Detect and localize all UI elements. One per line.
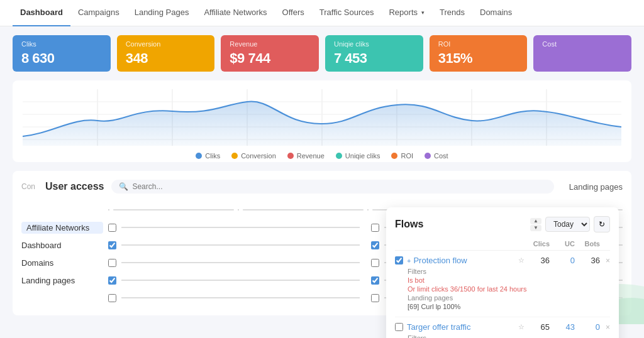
flow-name-target[interactable]: Targer offer traffic	[407, 322, 516, 332]
stat-card-uniqie-cliks: Uniqie cliks 7 453	[325, 35, 423, 72]
flow-col-bots: Bots	[575, 240, 600, 248]
flow-name-protection[interactable]: Protection flow	[413, 256, 516, 265]
nav-item-dashboard[interactable]: Dashboard	[13, 0, 70, 26]
panel-header: Con User access 🔍 Landing pages	[21, 180, 623, 194]
check-affiliate-col1[interactable]	[108, 224, 116, 232]
legend-dot-cost	[425, 153, 431, 159]
flow-bots-protection: 36	[575, 256, 600, 265]
stat-card-cost: Cost	[533, 35, 631, 72]
check-landing-col1[interactable]	[108, 276, 116, 285]
stat-label-conversion: Conversion	[126, 40, 206, 48]
nav-item-affiliate-networks[interactable]: Affiliate Networks	[196, 0, 274, 26]
line-chart	[23, 89, 621, 146]
flow-row-header-protection: + Protection flow ☆ 36 0 36 ×	[395, 256, 610, 265]
flow-uc-protection: 0	[550, 256, 575, 265]
check-dashboard-col1[interactable]	[108, 241, 116, 249]
check-domains-col1[interactable]	[108, 259, 116, 267]
flow-clics-target: 65	[525, 322, 550, 332]
flow-col-clics: Clics	[525, 240, 550, 248]
dash-icon	[367, 209, 369, 210]
legend-roi: ROI	[391, 152, 413, 160]
flow-check-target[interactable]	[395, 323, 403, 331]
legend-conversion: Conversion	[231, 152, 276, 160]
legend-revenue: Revenue	[287, 152, 325, 160]
legend-dot-roi	[391, 153, 397, 159]
row-label-dashboard: Dashboard	[21, 241, 103, 250]
nav-item-reports[interactable]: Reports ▾	[381, 0, 432, 26]
stat-label-roi: ROI	[438, 40, 519, 48]
stat-value-roi: 315%	[438, 50, 519, 67]
stat-label-cost: Cost	[542, 40, 623, 48]
chevron-down-icon: ▾	[421, 9, 425, 16]
flow-detail-protection: Filters Is bot Or limit clicks 36/1500 f…	[395, 268, 610, 310]
star-icon-target: ☆	[518, 323, 525, 331]
close-icon-target[interactable]: ×	[600, 323, 610, 332]
flows-controls: ▲ ▼ Today ↻	[530, 216, 610, 232]
flow-check-protection[interactable]	[395, 256, 403, 264]
flow-row-header-target: Targer offer traffic ☆ 65 43 0 ×	[395, 322, 610, 332]
row-label-affiliate-networks: Affiliate Networks	[21, 222, 103, 234]
stat-label-cliks: Cliks	[21, 40, 102, 48]
nav-item-landing-pages[interactable]: Landing Pages	[127, 0, 197, 26]
chevron-up-button[interactable]: ▲	[530, 218, 541, 224]
row-label-landing-pages: Landing pages	[21, 276, 103, 285]
legend-dot-revenue	[287, 153, 294, 159]
close-icon-protection[interactable]: ×	[600, 256, 610, 265]
flow-uc-target: 43	[550, 322, 575, 332]
stat-label-revenue: Revenue	[230, 40, 310, 48]
nav-item-domains[interactable]: Domains	[472, 0, 519, 26]
search-box[interactable]: 🔍	[111, 180, 553, 194]
nav-item-offers[interactable]: Offers	[275, 0, 312, 26]
flows-panel: Flows ▲ ▼ Today ↻ Clics UC Bots	[386, 207, 619, 338]
stat-card-conversion: Conversion 348	[117, 35, 215, 72]
chevron-down-button[interactable]: ▼	[530, 225, 541, 231]
stat-card-roi: ROI 315%	[430, 35, 528, 72]
flows-title: Flows	[395, 219, 423, 230]
flows-table-header: Clics UC Bots	[395, 240, 610, 251]
landing-label-protection: Landing pages	[408, 294, 610, 302]
flows-chevrons: ▲ ▼	[530, 218, 541, 231]
plus-icon-protection: +	[407, 257, 411, 264]
check-affiliate-col2[interactable]	[371, 224, 379, 232]
flow-detail-target: Filters	[395, 334, 610, 338]
check-landing-col2[interactable]	[371, 276, 379, 285]
dash-icon	[108, 209, 109, 210]
panel-header-icon: Con	[21, 182, 35, 191]
stat-value-uniqie-cliks: 7 453	[334, 50, 414, 67]
nav-item-campaigns[interactable]: Campaigns	[70, 0, 127, 26]
star-icon-protection: ☆	[518, 256, 525, 264]
flow-row-target: Targer offer traffic ☆ 65 43 0 × Filters	[395, 317, 610, 338]
search-input[interactable]	[132, 182, 546, 191]
check-dashboard-col2[interactable]	[371, 241, 379, 249]
nav-item-trends[interactable]: Trends	[432, 0, 472, 26]
landing-item-protection: [69] Curl lp 100%	[408, 303, 610, 310]
check-empty-col2[interactable]	[371, 294, 379, 302]
refresh-button[interactable]: ↻	[594, 216, 610, 232]
main-content: Cliks 8 630 Conversion 348 Revenue $9 74…	[0, 26, 644, 324]
line-decoration	[121, 297, 360, 298]
bottom-area: Con User access 🔍 Landing pages	[13, 171, 631, 315]
line-decoration	[121, 262, 360, 263]
top-navigation: Dashboard Campaigns Landing Pages Affili…	[0, 0, 644, 26]
filter-isbot: Is bot	[408, 276, 610, 284]
stat-card-revenue: Revenue $9 744	[221, 35, 319, 72]
legend-dot-conversion	[231, 153, 238, 159]
check-domains-col2[interactable]	[371, 259, 379, 267]
row-label-domains: Domains	[21, 258, 103, 268]
panel-title: User access	[45, 181, 104, 192]
line-decoration	[121, 280, 360, 281]
dash-icon	[238, 209, 239, 210]
stat-value-conversion: 348	[126, 50, 206, 67]
legend-dot-cliks	[196, 153, 202, 159]
date-select[interactable]: Today	[545, 217, 590, 232]
check-empty-col1[interactable]	[108, 294, 116, 302]
search-icon: 🔍	[119, 182, 128, 191]
legend-uniqie-cliks: Uniqie cliks	[336, 152, 380, 160]
legend-cost: Cost	[425, 152, 448, 160]
stat-cards-row: Cliks 8 630 Conversion 348 Revenue $9 74…	[13, 35, 631, 72]
chart-legend: Cliks Conversion Revenue Uniqie cliks RO…	[23, 152, 621, 160]
nav-item-traffic-sources[interactable]: Traffic Sources	[312, 0, 382, 26]
line-decoration	[113, 209, 234, 210]
filters-label-target: Filters	[408, 334, 610, 338]
filters-label-protection: Filters	[408, 268, 610, 275]
